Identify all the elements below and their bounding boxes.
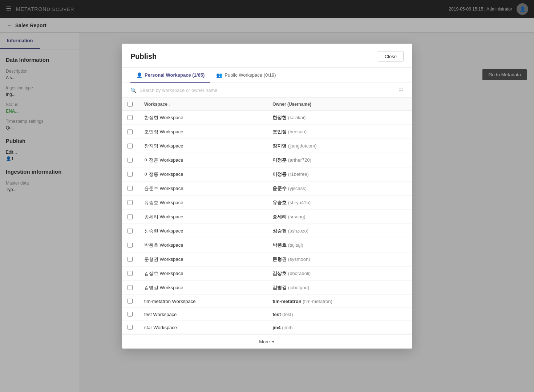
owner-username: (test)	[282, 311, 293, 317]
owner-username: (yjscass)	[288, 185, 307, 191]
workspace-cell: test Workspace	[138, 308, 267, 321]
owner-name: 박풍호	[272, 242, 287, 247]
table-row: 한정현 Workspace 한정현 (kazikai)	[122, 110, 412, 125]
owner-username: (r1befree)	[288, 171, 309, 177]
row-checkbox[interactable]	[128, 256, 133, 262]
row-checkbox[interactable]	[128, 157, 133, 162]
more-button[interactable]: More ▼	[259, 339, 275, 344]
close-button[interactable]: Close	[378, 51, 404, 61]
workspace-cell: 유승호 Workspace	[138, 195, 267, 210]
row-checkbox-cell	[122, 252, 138, 266]
workspace-cell: 성승현 Workspace	[138, 224, 267, 238]
workspace-cell: 윤준수 Workspace	[138, 181, 267, 195]
workspace-cell: 이정훈 Workspace	[138, 153, 267, 167]
table-row: 박풍호 Workspace 박풍호 (tajitaji)	[122, 238, 412, 252]
workspace-cell: 김상호 Workspace	[138, 266, 267, 280]
publish-modal: Publish Close 👤 Personal Workspace (1/65…	[122, 44, 412, 348]
personal-tab-label: Personal Workspace (1/65)	[145, 72, 205, 78]
row-checkbox-cell	[122, 110, 138, 125]
owner-username: (jjangdotcom)	[288, 143, 317, 148]
owner-cell: 이정룡 (r1befree)	[267, 167, 412, 181]
table-row: 이정훈 Workspace 이정훈 (arther720)	[122, 153, 412, 167]
owner-name: 한정현	[272, 114, 287, 120]
owner-cell: 윤준수 (yjscass)	[267, 181, 412, 195]
row-checkbox-cell	[122, 195, 138, 210]
workspace-cell: 송세리 Workspace	[138, 210, 267, 224]
owner-name: jm4	[272, 324, 280, 330]
table-row: 장지영 Workspace 장지영 (jjangdotcom)	[122, 139, 412, 153]
search-input[interactable]	[139, 88, 399, 93]
row-checkbox-cell	[122, 321, 138, 334]
public-tab-label: Public Workspace (0/19)	[224, 72, 276, 78]
row-checkbox[interactable]	[128, 228, 133, 233]
owner-column-header: Owner (Username)	[267, 98, 412, 110]
owner-name: 문형권	[272, 256, 287, 262]
owner-cell: 유승호 (shryu415)	[267, 195, 412, 210]
owner-username: (heesoo)	[288, 129, 307, 134]
owner-name: 유승호	[272, 199, 287, 205]
row-checkbox[interactable]	[128, 171, 133, 177]
owner-name: 송세리	[272, 214, 287, 219]
owner-cell: 이정훈 (arther720)	[267, 153, 412, 167]
owner-name: 조민정	[272, 129, 287, 134]
owner-cell: jm4 (jm4)	[267, 321, 412, 334]
row-checkbox[interactable]	[128, 129, 133, 134]
table-row: test Workspace test (test)	[122, 308, 412, 321]
owner-cell: tim-metatron (tim-metatron)	[267, 295, 412, 308]
workspace-table-body: 한정현 Workspace 한정현 (kazikai) 조민정 Workspac…	[122, 110, 412, 334]
row-checkbox[interactable]	[128, 299, 133, 304]
workspace-cell: 조민정 Workspace	[138, 125, 267, 139]
owner-name: 윤준수	[272, 185, 287, 191]
table-row: 송세리 Workspace 송세리 (srsong)	[122, 210, 412, 224]
table-row: 김병길 Workspace 김병길 (jobofgod)	[122, 280, 412, 295]
row-checkbox-cell	[122, 167, 138, 181]
owner-cell: 문형권 (sysmoon)	[267, 252, 412, 266]
more-row: More ▼	[122, 334, 412, 348]
owner-name: 장지영	[272, 143, 287, 148]
table-row: 성승현 Workspace 성승현 (sshzozo)	[122, 224, 412, 238]
modal-header: Publish Close	[122, 44, 412, 68]
workspace-cell: 문형권 Workspace	[138, 252, 267, 266]
workspace-table: Workspace ↓ Owner (Username) 한정현 Workspa…	[122, 98, 412, 334]
workspace-cell: tim-metatron Workspace	[138, 295, 267, 308]
select-all-header	[122, 98, 138, 110]
search-bar: 🔍 ☷	[122, 83, 412, 98]
row-checkbox[interactable]	[128, 200, 133, 205]
row-checkbox-cell	[122, 224, 138, 238]
owner-name: 이정훈	[272, 157, 287, 162]
personal-count: 1/65	[194, 72, 203, 78]
workspace-cell: star Workspace	[138, 321, 267, 334]
table-row: tim-metatron Workspace tim-metatron (tim…	[122, 295, 412, 308]
owner-cell: 송세리 (srsong)	[267, 210, 412, 224]
row-checkbox[interactable]	[128, 214, 133, 219]
tab-personal-workspace[interactable]: 👤 Personal Workspace (1/65)	[130, 68, 210, 83]
owner-cell: 한정현 (kazikai)	[267, 110, 412, 125]
row-checkbox[interactable]	[128, 186, 133, 191]
row-checkbox[interactable]	[128, 285, 133, 290]
owner-username: (jobofgod)	[288, 284, 310, 290]
table-row: 윤준수 Workspace 윤준수 (yjscass)	[122, 181, 412, 195]
grid-view-icon[interactable]: ☷	[399, 87, 404, 93]
row-checkbox-cell	[122, 181, 138, 195]
owner-name: test	[272, 311, 281, 317]
select-all-checkbox[interactable]	[128, 101, 133, 106]
more-label: More	[259, 339, 270, 344]
modal-tabs: 👤 Personal Workspace (1/65) 👥 Public Wor…	[122, 68, 412, 83]
table-row: 문형권 Workspace 문형권 (sysmoon)	[122, 252, 412, 266]
row-checkbox-cell	[122, 266, 138, 280]
row-checkbox-cell	[122, 280, 138, 295]
row-checkbox[interactable]	[128, 271, 133, 276]
row-checkbox[interactable]	[128, 242, 133, 247]
row-checkbox[interactable]	[128, 143, 133, 148]
owner-name: 김상호	[272, 270, 287, 276]
row-checkbox[interactable]	[128, 312, 133, 317]
workspace-cell: 이정룡 Workspace	[138, 167, 267, 181]
owner-username: (srsong)	[288, 214, 306, 219]
workspace-column-header[interactable]: Workspace ↓	[138, 98, 267, 110]
person-icon: 👤	[136, 72, 142, 78]
workspace-cell: 김병길 Workspace	[138, 280, 267, 295]
table-row: 이정룡 Workspace 이정룡 (r1befree)	[122, 167, 412, 181]
row-checkbox[interactable]	[128, 115, 133, 120]
tab-public-workspace[interactable]: 👥 Public Workspace (0/19)	[210, 68, 282, 83]
row-checkbox[interactable]	[128, 325, 133, 330]
